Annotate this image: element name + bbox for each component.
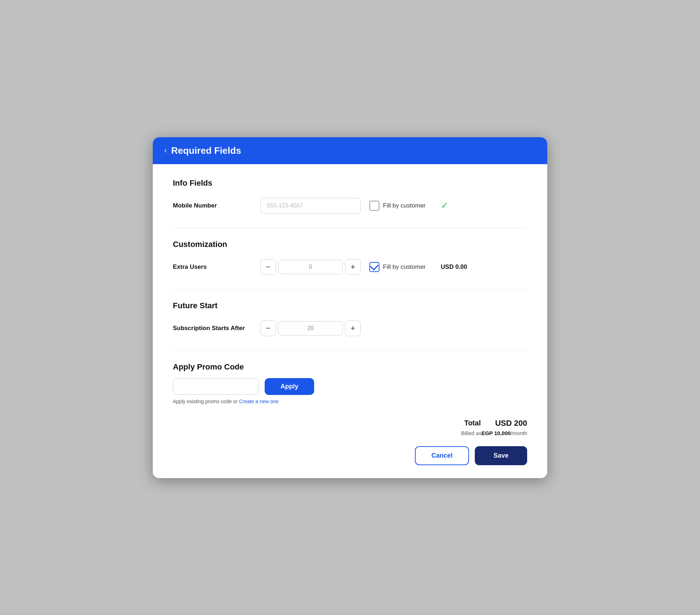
total-row: Total USD 200 [173,419,527,428]
mobile-number-label: Mobile Number [173,202,252,209]
billed-row: Billed as EGP 10,000 /month [173,430,527,436]
promo-hint: Apply existing promo code or Create a ne… [173,399,527,404]
dialog-body: Info Fields Mobile Number Fill by custom… [153,164,547,478]
total-value: USD 200 [495,419,527,428]
billed-amount: EGP 10,000 [482,430,511,436]
extra-users-label: Extra Users [173,263,252,271]
mobile-number-row: Mobile Number Fill by customer ✓ [173,198,527,214]
promo-title: Apply Promo Code [173,362,527,372]
divider-2 [173,289,527,290]
extra-users-fill-by-customer-area: Fill by customer [369,262,426,272]
mobile-fill-by-customer-checkbox[interactable] [369,201,379,211]
apply-button[interactable]: Apply [265,378,314,395]
extra-users-stepper: − + [260,259,361,275]
subscription-starts-row: Subscription Starts After − + [173,320,527,336]
dialog-title: Required Fields [171,145,241,156]
total-label: Total [464,419,481,427]
action-row: Cancel Save [173,446,527,465]
mobile-fill-by-customer-area: Fill by customer [369,201,426,211]
extra-users-row: Extra Users − + Fill by customer USD 0.0… [173,259,527,275]
cancel-button[interactable]: Cancel [415,446,469,465]
back-icon[interactable]: ‹ [164,146,167,155]
extra-users-fill-by-customer-label: Fill by customer [383,263,426,271]
subscription-starts-minus-button[interactable]: − [260,320,276,336]
divider-3 [173,351,527,351]
mobile-number-input[interactable] [260,198,361,214]
extra-users-fill-by-customer-checkbox[interactable] [369,262,379,272]
promo-row: Apply [173,378,527,395]
mobile-check-icon: ✓ [441,200,449,211]
subscription-starts-label: Subscription Starts After [173,325,252,332]
extra-users-input[interactable] [278,260,343,274]
future-start-title: Future Start [173,301,527,310]
future-start-section: Future Start Subscription Starts After −… [173,301,527,336]
extra-users-plus-button[interactable]: + [345,259,361,275]
subscription-starts-input[interactable] [278,321,343,335]
dialog-header: ‹ Required Fields [153,137,547,164]
customization-title: Customization [173,240,527,249]
info-fields-title: Info Fields [173,178,527,188]
billed-prefix: Billed as [461,430,482,436]
mobile-fill-by-customer-label: Fill by customer [383,202,426,209]
required-fields-dialog: ‹ Required Fields Info Fields Mobile Num… [153,137,547,478]
info-fields-section: Info Fields Mobile Number Fill by custom… [173,178,527,214]
promo-input[interactable] [173,378,259,395]
promo-section: Apply Promo Code Apply Apply existing pr… [173,362,527,404]
subscription-starts-stepper: − + [260,320,361,336]
divider-1 [173,228,527,228]
create-new-promo-link[interactable]: Create a new one [239,399,279,404]
extra-users-price: USD 0.00 [441,263,467,271]
customization-section: Customization Extra Users − + Fill by cu… [173,240,527,275]
extra-users-minus-button[interactable]: − [260,259,276,275]
save-button[interactable]: Save [475,446,527,465]
promo-hint-text: Apply existing promo code or [173,399,239,404]
billed-suffix: /month [511,430,527,436]
subscription-starts-plus-button[interactable]: + [345,320,361,336]
